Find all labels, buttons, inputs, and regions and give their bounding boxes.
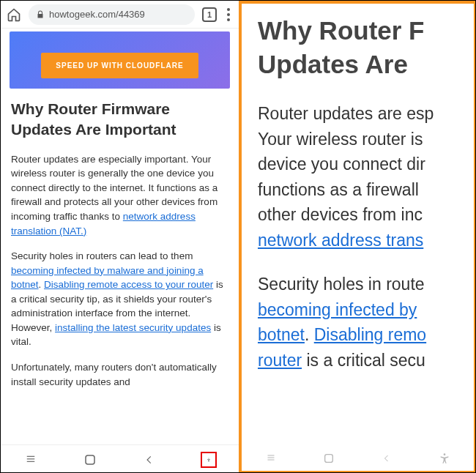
recents-icon[interactable] — [23, 452, 39, 468]
zoomed-paragraph-1: Router updates are esp Your wireless rou… — [258, 101, 474, 253]
accessibility-icon[interactable] — [201, 452, 217, 468]
ad-banner: SPEED UP WITH CLOUDFLARE — [10, 31, 230, 89]
zoomed-paragraph-2: Security holes in route becoming infecte… — [258, 272, 474, 373]
normal-view-panel: howtogeek.com/44369 1 SPEED UP WITH CLOU… — [1, 1, 239, 473]
zoomed-disable-link[interactable]: Disabling remo — [314, 325, 426, 344]
content-fade — [1, 430, 239, 444]
paragraph-3: Unfortunately, many routers don't automa… — [11, 360, 228, 389]
zoomed-recents-icon[interactable] — [264, 451, 278, 466]
system-nav-bar — [1, 444, 239, 473]
svg-point-9 — [444, 453, 446, 455]
svg-point-4 — [209, 458, 209, 458]
zoomed-nav-bar — [242, 447, 474, 469]
article-body: Why Router Firmware Updates Are Importan… — [1, 99, 239, 389]
security-updates-link[interactable]: installing the latest security updates — [55, 322, 211, 333]
address-bar[interactable]: howtogeek.com/44369 — [29, 4, 195, 25]
zoomed-back-icon[interactable] — [379, 451, 394, 466]
home-nav-icon[interactable] — [82, 452, 98, 468]
zoomed-view-panel: Why Router F Updates Are Router updates … — [239, 1, 476, 473]
zoomed-router-link[interactable]: router — [258, 351, 302, 370]
zoomed-accessibility-icon[interactable] — [437, 451, 452, 466]
tab-switcher[interactable]: 1 — [202, 7, 217, 22]
tab-count-label: 1 — [207, 10, 212, 19]
zoomed-heading: Why Router F Updates Are — [258, 14, 474, 81]
svg-rect-8 — [325, 455, 333, 463]
zoomed-nat-link[interactable]: network address trans — [258, 231, 423, 250]
paragraph-1: Router updates are especially important.… — [11, 152, 228, 238]
article-heading: Why Router Firmware Updates Are Importan… — [11, 99, 228, 141]
disable-remote-link[interactable]: Disabling remote access to your router — [44, 279, 213, 290]
zoomed-botnet-link-2[interactable]: botnet — [258, 325, 305, 344]
zoomed-home-icon[interactable] — [321, 451, 336, 466]
lock-icon — [36, 10, 45, 19]
overflow-menu-icon[interactable] — [224, 8, 233, 21]
browser-toolbar: howtogeek.com/44369 1 — [1, 1, 239, 29]
cloudflare-cta-button[interactable]: SPEED UP WITH CLOUDFLARE — [41, 53, 198, 78]
home-icon[interactable] — [7, 7, 21, 22]
zoomed-botnet-link[interactable]: becoming infected by — [258, 300, 417, 319]
url-text: howtogeek.com/44369 — [49, 9, 145, 20]
paragraph-2: Security holes in routers can lead to th… — [11, 249, 228, 349]
svg-rect-3 — [86, 455, 94, 464]
back-icon[interactable] — [141, 452, 157, 468]
